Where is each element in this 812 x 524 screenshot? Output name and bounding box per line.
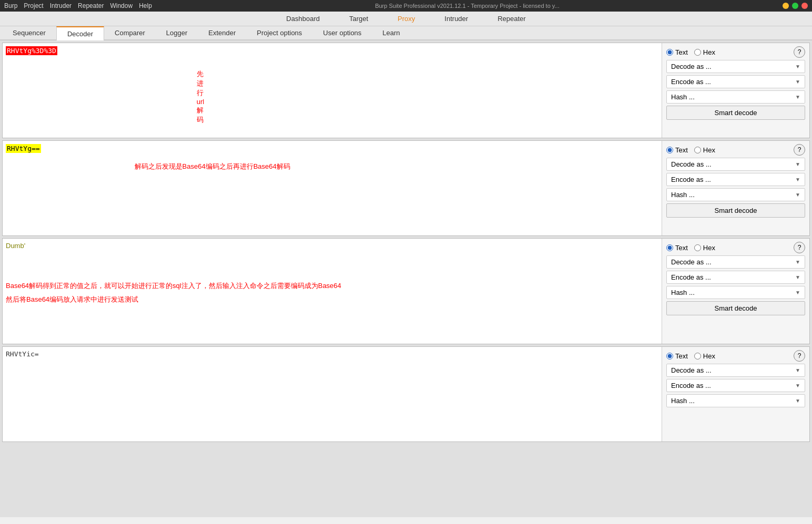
nav-repeater[interactable]: Repeater [483,12,540,26]
hex-radio-2[interactable] [694,147,701,153]
nav-dashboard[interactable]: Dashboard [271,12,334,26]
tab-logger[interactable]: Logger [156,26,198,39]
menu-burp[interactable]: Burp [4,2,17,9]
hex-radio-label-3[interactable]: Hex [694,244,715,252]
smart-decode-button-3[interactable]: Smart decode [666,301,805,315]
hex-radio-3[interactable] [694,244,701,251]
decode-button-2[interactable]: Decode as ... ▼ [666,158,805,171]
window-title: Burp Suite Professional v2021.12.1 - Tem… [156,3,778,9]
decoder-row-3: Dumb' Base64解码得到正常的值之后，就可以开始进行正常的sql注入了，… [2,238,810,344]
menu-repeater[interactable]: Repeater [78,2,104,9]
nav-intruder[interactable]: Intruder [430,12,483,26]
decoder-controls-1: Text Hex ? Decode as ... ▼ Encode as ...… [662,43,809,138]
help-button-1[interactable]: ? [794,46,805,58]
decoder-row-2: RHVtYg== 解码之后发现是Base64编码之后再进行Base64解码 Te… [2,140,810,236]
hex-radio-4[interactable] [694,353,701,359]
encoded-text-3: Dumb' [6,242,25,250]
menu-project[interactable]: Project [24,2,43,9]
hash-dropdown-arrow-3: ▼ [795,290,800,295]
hash-dropdown-arrow-1: ▼ [795,94,800,100]
decode-dropdown-arrow-3: ▼ [795,259,800,265]
encoded-text-1: RHVtYg%3D%3D [6,46,57,55]
app-menu[interactable]: Burp Project Intruder Repeater Window He… [4,2,152,9]
menu-window[interactable]: Window [110,2,133,9]
format-radio-group-4: Text Hex ? [666,350,805,362]
tab-project-options[interactable]: Project options [246,26,312,39]
encode-dropdown-arrow-4: ▼ [795,383,800,388]
minimize-button[interactable] [783,3,789,9]
text-radio-label-2[interactable]: Text [666,146,688,154]
hash-dropdown-arrow-4: ▼ [795,398,800,404]
close-button[interactable] [801,3,808,9]
hex-radio-label-1[interactable]: Hex [694,48,715,56]
decoder-comment-2: 解码之后发现是Base64编码之后再进行Base64解码 [135,162,290,171]
menu-intruder[interactable]: Intruder [50,2,72,9]
encode-button-3[interactable]: Encode as ... ▼ [666,271,805,284]
help-button-3[interactable]: ? [794,242,805,253]
encode-dropdown-arrow-2: ▼ [795,177,800,182]
decoder-comment-3: Base64解码得到正常的值之后，就可以开始进行正常的sql注入了，然后输入注入… [6,281,658,304]
text-radio-label-4[interactable]: Text [666,352,688,360]
decode-dropdown-arrow-1: ▼ [795,64,800,69]
hash-button-4[interactable]: Hash ... ▼ [666,394,805,407]
nav-target[interactable]: Target [334,12,383,26]
encoded-text-4: RHVtYic= [6,350,39,358]
tab-extender[interactable]: Extender [198,26,246,39]
nav-proxy[interactable]: Proxy [383,12,430,26]
text-radio-3[interactable] [666,244,673,251]
encode-button-2[interactable]: Encode as ... ▼ [666,173,805,186]
text-radio-2[interactable] [666,147,673,153]
decode-button-3[interactable]: Decode as ... ▼ [666,255,805,269]
primary-nav: Dashboard Target Proxy Intruder Repeater [0,12,812,26]
menu-help[interactable]: Help [139,2,152,9]
smart-decode-button-1[interactable]: Smart decode [666,106,805,120]
decode-dropdown-arrow-4: ▼ [795,367,800,373]
text-radio-4[interactable] [666,353,673,359]
tab-user-options[interactable]: User options [312,26,372,39]
title-bar: Burp Project Intruder Repeater Window He… [0,0,812,12]
decoder-row-4: RHVtYic= Text Hex ? Decode as ... ▼ Enco… [2,346,810,442]
hex-radio-label-2[interactable]: Hex [694,146,715,154]
decode-button-1[interactable]: Decode as ... ▼ [666,60,805,73]
window-controls[interactable] [783,3,808,9]
help-button-4[interactable]: ? [794,350,805,362]
encode-button-1[interactable]: Encode as ... ▼ [666,75,805,88]
format-radio-group-2: Text Hex ? [666,144,805,156]
hash-button-3[interactable]: Hash ... ▼ [666,286,805,299]
decoder-text-area-4[interactable]: RHVtYic= [3,347,662,441]
encode-dropdown-arrow-3: ▼ [795,274,800,280]
hash-button-2[interactable]: Hash ... ▼ [666,188,805,201]
encode-dropdown-arrow-1: ▼ [795,79,800,85]
secondary-nav: Sequencer Decoder Comparer Logger Extend… [0,26,812,40]
hash-button-1[interactable]: Hash ... ▼ [666,90,805,104]
tab-comparer[interactable]: Comparer [104,26,156,39]
decoder-controls-2: Text Hex ? Decode as ... ▼ Encode as ...… [662,141,809,235]
decoder-controls-3: Text Hex ? Decode as ... ▼ Encode as ...… [662,239,809,344]
format-radio-group-3: Text Hex ? [666,242,805,253]
hex-radio-label-4[interactable]: Hex [694,352,715,360]
decoder-row-1: RHVtYg%3D%3D 先进行url解码 Text Hex ? Decode … [2,43,810,138]
decoder-main: RHVtYg%3D%3D 先进行url解码 Text Hex ? Decode … [0,40,812,517]
hex-radio-1[interactable] [694,49,701,56]
hash-dropdown-arrow-2: ▼ [795,192,800,198]
format-radio-group-1: Text Hex ? [666,46,805,58]
decoder-text-area-2[interactable]: RHVtYg== 解码之后发现是Base64编码之后再进行Base64解码 [3,141,662,235]
maximize-button[interactable] [792,3,798,9]
text-radio-label-3[interactable]: Text [666,244,688,252]
encoded-text-2: RHVtYg== [6,144,41,153]
text-radio-label-1[interactable]: Text [666,48,688,56]
decoder-text-area-3[interactable]: Dumb' Base64解码得到正常的值之后，就可以开始进行正常的sql注入了，… [3,239,662,344]
decode-button-4[interactable]: Decode as ... ▼ [666,364,805,377]
smart-decode-button-2[interactable]: Smart decode [666,203,805,218]
decode-dropdown-arrow-2: ▼ [795,161,800,167]
decoder-controls-4: Text Hex ? Decode as ... ▼ Encode as ...… [662,347,809,441]
text-radio-1[interactable] [666,49,673,56]
tab-learn[interactable]: Learn [372,26,410,39]
help-button-2[interactable]: ? [794,144,805,156]
tab-decoder[interactable]: Decoder [56,26,104,40]
tab-sequencer[interactable]: Sequencer [2,26,56,39]
decoder-text-area-1[interactable]: RHVtYg%3D%3D 先进行url解码 [3,43,662,138]
encode-button-4[interactable]: Encode as ... ▼ [666,379,805,392]
